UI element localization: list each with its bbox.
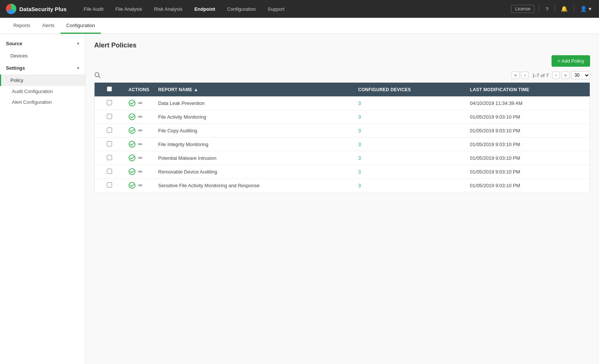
row-checkbox-cell[interactable] <box>95 96 124 110</box>
edit-icon-3[interactable]: ✏ <box>138 128 143 133</box>
row-configured-devices-3[interactable]: 3 <box>354 124 465 138</box>
row-checkbox-6[interactable] <box>107 169 112 174</box>
row-checkbox-cell[interactable] <box>95 151 124 165</box>
row-checkbox-1[interactable] <box>107 100 112 105</box>
row-checkbox-4[interactable] <box>107 141 112 146</box>
row-checkbox-cell[interactable] <box>95 110 124 124</box>
logo-icon <box>6 4 16 14</box>
last-page-button[interactable]: » <box>561 72 570 79</box>
edit-icon-4[interactable]: ✏ <box>138 141 143 147</box>
row-checkbox-cell[interactable] <box>95 124 124 138</box>
help-button[interactable]: ? <box>544 6 550 12</box>
sidebar-settings-header[interactable]: Settings ▾ <box>0 62 85 75</box>
th-last-modification[interactable]: LAST MODIFICATION TIME <box>465 83 590 97</box>
row-report-name-7: Sensitive File Activity Monitoring and R… <box>154 179 354 192</box>
svg-point-7 <box>129 169 135 175</box>
search-icon[interactable] <box>94 72 101 79</box>
nav-file-audit[interactable]: File Audit <box>79 4 109 14</box>
configured-devices-link-7[interactable]: 3 <box>358 183 361 188</box>
row-last-modification-6: 01/05/2019 9:03:10 PM <box>465 165 590 179</box>
row-checkbox-cell[interactable] <box>95 165 124 179</box>
row-report-name-3: File Copy Auditing <box>154 124 354 138</box>
table-header-row: ACTIONS REPORT NAME ▲ CONFIGURED DEVICES… <box>95 83 590 97</box>
th-actions: ACTIONS <box>124 83 154 97</box>
row-last-modification-5: 01/05/2019 9:03:10 PM <box>465 151 590 165</box>
row-configured-devices-1[interactable]: 3 <box>354 96 465 110</box>
page-title: Alert Policies <box>94 42 590 49</box>
row-configured-devices-5[interactable]: 3 <box>354 151 465 165</box>
pagination-info: 1-7 of 7 <box>532 73 549 78</box>
edit-icon-7[interactable]: ✏ <box>138 182 143 188</box>
sidebar-item-audit-configuration[interactable]: Audit Configuration <box>0 86 85 97</box>
configured-devices-link-5[interactable]: 3 <box>358 155 361 161</box>
configured-devices-link-1[interactable]: 3 <box>358 100 361 106</box>
row-checkbox-cell[interactable] <box>95 179 124 192</box>
nav-support[interactable]: Support <box>263 4 290 14</box>
th-configured-devices[interactable]: CONFIGURED DEVICES <box>354 83 465 97</box>
first-page-button[interactable]: « <box>511 72 520 79</box>
row-report-name-5: Potential Malware Intrusion <box>154 151 354 165</box>
row-configured-devices-2[interactable]: 3 <box>354 110 465 124</box>
per-page-select[interactable]: 30 50 100 <box>571 71 590 79</box>
row-last-modification-7: 01/05/2019 9:03:10 PM <box>465 179 590 192</box>
sidebar-item-policy[interactable]: Policy <box>0 75 85 86</box>
row-checkbox-3[interactable] <box>107 128 112 133</box>
nav-configuration[interactable]: Configuration <box>222 4 261 14</box>
tab-configuration[interactable]: Configuration <box>60 18 101 34</box>
table-row: ✏ File Copy Auditing 3 01/05/2019 9:03:1… <box>95 124 590 138</box>
th-checkbox[interactable] <box>95 83 124 97</box>
row-actions-2: ✏ <box>124 110 154 124</box>
sidebar-item-alert-configuration[interactable]: Alert Configuration <box>0 97 85 107</box>
notification-button[interactable]: 🔔 <box>559 6 569 12</box>
svg-point-3 <box>129 114 135 120</box>
nav-endpoint[interactable]: Endpoint <box>189 4 220 14</box>
status-enabled-icon-1 <box>129 100 135 106</box>
top-nav: DataSecurity Plus File Audit File Analys… <box>0 0 599 18</box>
sidebar-item-devices[interactable]: Devices <box>0 50 85 62</box>
sidebar-source-header[interactable]: Source ▾ <box>0 37 85 50</box>
tab-alerts[interactable]: Alerts <box>36 18 60 34</box>
table-row: ✏ File Activity Monitoring 3 01/05/2019 … <box>95 110 590 124</box>
table-body: ✏ Data Leak Prevention 3 04/10/2019 11:3… <box>95 96 590 192</box>
th-report-name[interactable]: REPORT NAME ▲ <box>154 83 354 97</box>
next-page-button[interactable]: › <box>552 72 560 79</box>
row-checkbox-2[interactable] <box>107 114 112 119</box>
edit-icon-5[interactable]: ✏ <box>138 155 143 161</box>
header-checkbox[interactable] <box>107 86 112 92</box>
settings-chevron-icon: ▾ <box>77 66 79 70</box>
configured-devices-link-6[interactable]: 3 <box>358 169 361 175</box>
status-enabled-icon-6 <box>129 168 135 175</box>
configured-devices-link-4[interactable]: 3 <box>358 142 361 147</box>
status-enabled-icon-2 <box>129 113 135 120</box>
row-configured-devices-7[interactable]: 3 <box>354 179 465 192</box>
row-configured-devices-4[interactable]: 3 <box>354 138 465 151</box>
secondary-nav: Reports Alerts Configuration <box>0 18 599 34</box>
user-button[interactable]: 👤 ▾ <box>579 6 593 12</box>
nav-risk-analysis[interactable]: Risk Analysis <box>149 4 188 14</box>
add-policy-button[interactable]: + Add Policy <box>552 55 590 67</box>
edit-icon-1[interactable]: ✏ <box>138 100 143 106</box>
prev-page-button[interactable]: ‹ <box>521 72 529 79</box>
svg-point-6 <box>129 155 135 161</box>
table-row: ✏ File Integrity Monitoring 3 01/05/2019… <box>95 138 590 151</box>
table-toolbar: + Add Policy <box>94 55 590 67</box>
row-configured-devices-6[interactable]: 3 <box>354 165 465 179</box>
sidebar: Source ▾ Devices Settings ▾ Policy Audit… <box>0 34 85 364</box>
configured-devices-link-3[interactable]: 3 <box>358 128 361 133</box>
table-row: ✏ Data Leak Prevention 3 04/10/2019 11:3… <box>95 96 590 110</box>
tab-reports[interactable]: Reports <box>7 18 36 34</box>
configured-devices-link-2[interactable]: 3 <box>358 114 361 120</box>
nav-file-analysis[interactable]: File Analysis <box>110 4 147 14</box>
app-logo: DataSecurity Plus <box>6 4 67 14</box>
settings-label: Settings <box>6 65 25 71</box>
status-enabled-icon-4 <box>129 141 135 148</box>
row-actions-5: ✏ <box>124 151 154 165</box>
license-button[interactable]: License <box>511 5 534 13</box>
row-checkbox-5[interactable] <box>107 155 112 160</box>
row-checkbox-cell[interactable] <box>95 138 124 151</box>
edit-icon-2[interactable]: ✏ <box>138 114 143 120</box>
svg-line-1 <box>99 76 101 78</box>
edit-icon-6[interactable]: ✏ <box>138 169 143 175</box>
source-label: Source <box>6 41 22 46</box>
row-checkbox-7[interactable] <box>107 182 112 188</box>
